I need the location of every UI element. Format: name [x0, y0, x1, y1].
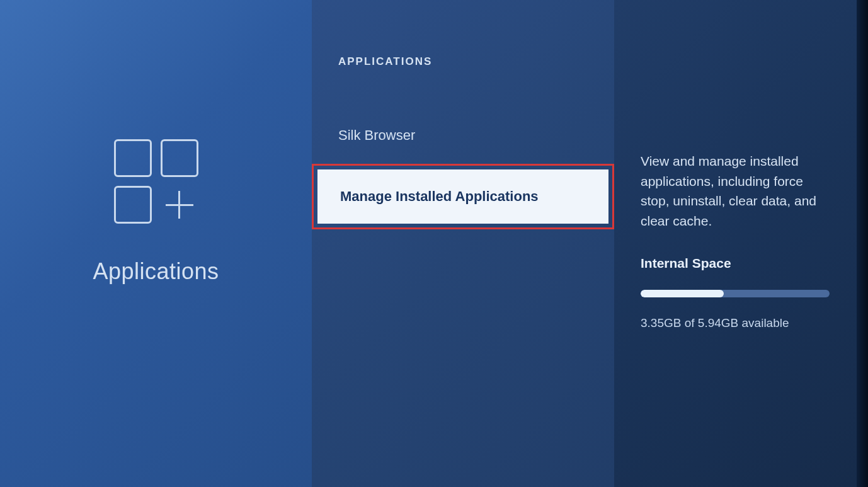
storage-label: Internal Space: [641, 256, 831, 271]
storage-progress-fill: [641, 290, 724, 297]
menu-item-manage-apps[interactable]: Manage Installed Applications: [317, 169, 608, 224]
storage-progress-bar: [641, 290, 830, 297]
left-panel-title: Applications: [93, 258, 219, 285]
app-square-icon: [161, 139, 198, 177]
section-header: APPLICATIONS: [312, 55, 614, 68]
middle-panel: APPLICATIONS Silk Browser Manage Install…: [312, 0, 614, 487]
screen-edge: [857, 0, 868, 487]
storage-available-text: 3.35GB of 5.94GB available: [641, 316, 831, 330]
app-square-icon: [114, 186, 152, 224]
right-panel: View and manage installed applications, …: [614, 0, 857, 487]
applications-icon: [114, 139, 198, 224]
menu-item-silk-browser[interactable]: Silk Browser: [312, 117, 614, 154]
plus-icon: [161, 186, 198, 224]
menu-item-highlight: Manage Installed Applications: [312, 164, 614, 229]
left-panel: Applications: [0, 0, 312, 487]
item-description: View and manage installed applications, …: [641, 151, 831, 231]
app-square-icon: [114, 139, 152, 177]
